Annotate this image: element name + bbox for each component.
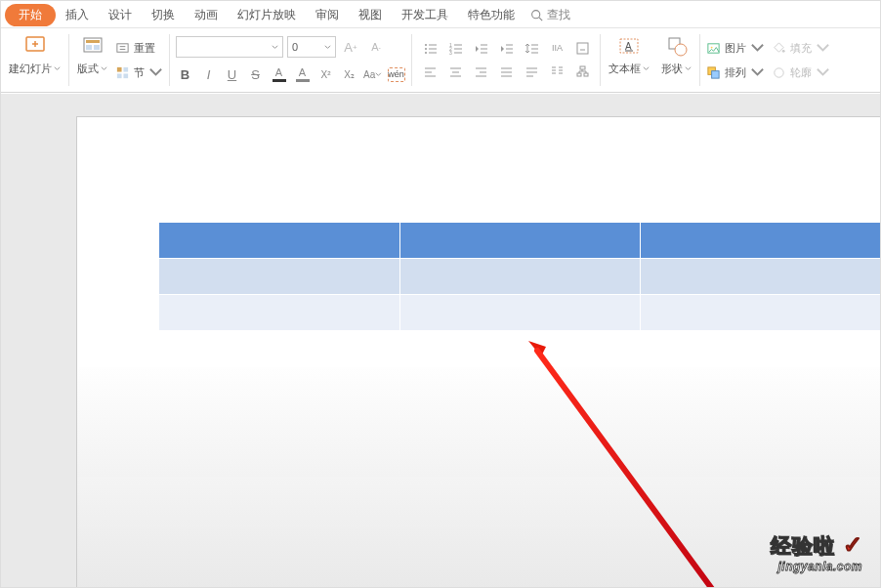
svg-line-1 — [539, 18, 542, 21]
new-slide-label: 建幻灯片 — [9, 62, 52, 76]
smartart-button[interactable] — [572, 63, 592, 82]
slide-table[interactable] — [158, 222, 881, 331]
watermark-title: 经验啦 — [771, 532, 835, 560]
section-icon — [115, 65, 130, 80]
increase-font-button[interactable]: A+ — [340, 36, 361, 58]
arrange-label: 排列 — [725, 65, 746, 80]
svg-point-0 — [532, 11, 540, 19]
section-button[interactable]: 节 — [115, 62, 163, 83]
indent-dec-button[interactable] — [471, 39, 490, 59]
indent-inc-button[interactable] — [496, 39, 516, 59]
svg-rect-13 — [123, 73, 128, 78]
decrease-font-button[interactable]: A- — [365, 36, 387, 58]
align-right-button[interactable] — [471, 63, 490, 82]
new-slide-button[interactable]: 建幻灯片 — [7, 32, 63, 88]
separator — [68, 34, 69, 86]
tab-design[interactable]: 设计 — [99, 3, 142, 27]
tab-view[interactable]: 视图 — [349, 3, 392, 27]
text-direction-button[interactable]: IIA — [547, 39, 566, 59]
change-case-button[interactable]: Aa — [363, 64, 382, 84]
chevron-down-icon — [685, 65, 692, 72]
font-group: 0 A+ A- B I U S A A X² X₂ Aa wén — [176, 32, 405, 88]
search-button[interactable]: 查找 — [524, 7, 576, 23]
outline-icon — [772, 65, 786, 80]
search-icon — [530, 9, 543, 21]
strike-button[interactable]: S — [246, 64, 265, 84]
svg-rect-59 — [580, 66, 585, 69]
bullets-button[interactable] — [420, 39, 440, 59]
bold-button[interactable]: B — [176, 64, 194, 84]
paragraph-group: 123 IIA — [418, 32, 594, 88]
menu-tab-bar: 开始 插入 设计 切换 动画 幻灯片放映 审阅 视图 开发工具 特色功能 查找 — [1, 1, 880, 28]
tab-dev[interactable]: 开发工具 — [392, 3, 458, 27]
svg-point-73 — [782, 49, 785, 52]
italic-button[interactable]: I — [199, 64, 218, 84]
shape-icon — [663, 32, 691, 60]
table-row[interactable] — [159, 259, 882, 295]
separator — [699, 34, 700, 86]
table-row[interactable] — [159, 223, 882, 259]
numbering-button[interactable]: 123 — [445, 39, 465, 59]
underline-button[interactable]: U — [223, 64, 241, 84]
svg-text:3: 3 — [449, 50, 452, 56]
svg-rect-60 — [577, 73, 581, 76]
textbox-button[interactable]: A 文本框 — [607, 32, 651, 88]
tab-slideshow[interactable]: 幻灯片放映 — [228, 3, 306, 27]
svg-rect-8 — [94, 45, 100, 50]
svg-point-72 — [711, 46, 713, 48]
tab-animation[interactable]: 动画 — [185, 3, 228, 27]
shape-button[interactable]: 形状 — [659, 32, 693, 88]
align-left-button[interactable] — [420, 63, 440, 82]
svg-text:IIA: IIA — [552, 43, 563, 53]
font-family-select[interactable] — [176, 36, 283, 58]
outline-button[interactable]: 轮廓 — [772, 62, 830, 83]
watermark: 经验啦 ✓ jingyanla.com — [771, 531, 862, 573]
ribbon-toolbar: 建幻灯片 版式 重置 节 — [1, 28, 880, 93]
font-size-select[interactable]: 0 — [287, 36, 336, 58]
font-size-value: 0 — [292, 41, 298, 53]
font-color-button[interactable]: A — [270, 64, 288, 84]
align-center-button[interactable] — [445, 63, 465, 82]
slide-canvas[interactable] — [77, 117, 881, 588]
tab-transition[interactable]: 切换 — [142, 3, 185, 27]
tab-start[interactable]: 开始 — [5, 4, 56, 26]
fill-label: 填充 — [790, 41, 812, 56]
arrange-icon — [706, 65, 721, 80]
svg-point-16 — [425, 48, 427, 50]
tab-review[interactable]: 审阅 — [306, 3, 349, 27]
textbox-icon: A — [615, 32, 643, 60]
pinyin-button[interactable]: wén — [387, 64, 405, 84]
superscript-button[interactable]: X² — [316, 64, 335, 84]
slide-workspace[interactable] — [1, 94, 880, 587]
insert-format-group: 图片 填充 排列 轮廓 — [706, 32, 830, 88]
tab-feature[interactable]: 特色功能 — [458, 3, 524, 27]
highlight-button[interactable]: A — [293, 64, 312, 84]
chevron-down-icon — [816, 41, 830, 56]
table-row[interactable] — [159, 295, 882, 331]
align-text-button[interactable] — [572, 39, 592, 59]
canvas-gradient — [77, 477, 881, 588]
align-justify-button[interactable] — [496, 63, 516, 82]
new-slide-icon — [21, 32, 49, 60]
columns-button[interactable] — [547, 63, 566, 82]
watermark-url: jingyanla.com — [771, 560, 862, 573]
chevron-down-icon — [750, 41, 765, 56]
svg-point-70 — [675, 44, 687, 56]
layout-button[interactable]: 版式 — [75, 32, 109, 88]
fill-button[interactable]: 填充 — [772, 37, 830, 59]
subscript-button[interactable]: X₂ — [340, 64, 358, 84]
arrange-button[interactable]: 排列 — [706, 62, 765, 83]
layout-icon — [79, 32, 106, 60]
chevron-down-icon — [148, 65, 163, 80]
reset-button[interactable]: 重置 — [115, 37, 163, 59]
picture-button[interactable]: 图片 — [706, 37, 765, 59]
tab-insert[interactable]: 插入 — [56, 3, 99, 27]
line-spacing-button[interactable] — [522, 39, 541, 59]
distribute-button[interactable] — [522, 63, 541, 82]
svg-rect-36 — [577, 43, 588, 54]
svg-point-76 — [775, 67, 783, 76]
reset-label: 重置 — [134, 41, 155, 56]
chevron-down-icon — [54, 65, 61, 72]
layout-label: 版式 — [77, 62, 99, 76]
textbox-label: 文本框 — [608, 62, 641, 76]
